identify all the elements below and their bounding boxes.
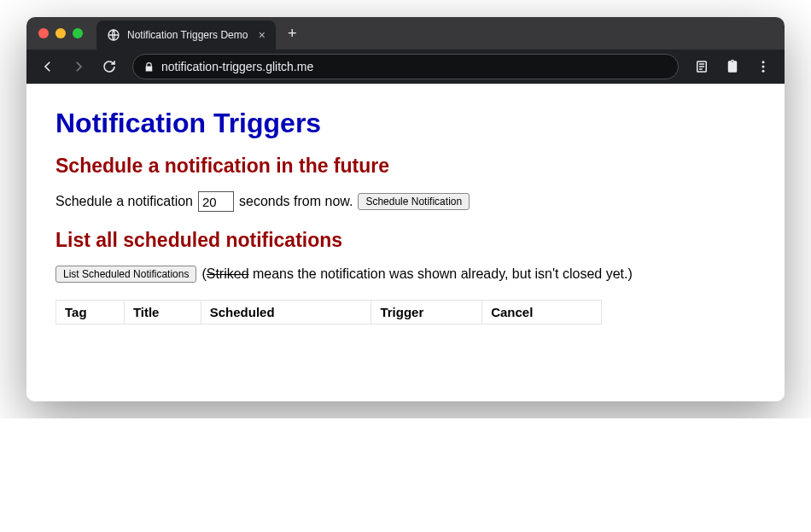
back-button[interactable] (35, 54, 61, 79)
window-zoom-button[interactable] (73, 28, 83, 38)
forward-button[interactable] (66, 54, 91, 79)
titlebar: Notification Triggers Demo × + (26, 17, 785, 50)
globe-icon (107, 28, 120, 42)
toolbar: notification-triggers.glitch.me (26, 50, 785, 84)
window-minimize-button[interactable] (55, 28, 66, 38)
browser-tab[interactable]: Notification Triggers Demo × (96, 20, 276, 50)
col-title: Title (124, 301, 201, 324)
notifications-table: Tag Title Scheduled Trigger Cancel (55, 300, 602, 324)
reload-button[interactable] (96, 54, 122, 79)
address-bar[interactable]: notification-triggers.glitch.me (132, 54, 679, 79)
svg-point-3 (762, 66, 765, 68)
col-scheduled: Scheduled (201, 301, 371, 324)
list-heading: List all scheduled notifications (55, 229, 756, 252)
kebab-menu-icon[interactable] (750, 54, 776, 79)
traffic-lights (38, 28, 83, 38)
svg-point-4 (762, 70, 765, 73)
schedule-button[interactable]: Schedule Notification (358, 193, 470, 210)
schedule-prefix: Schedule a notification (55, 194, 193, 209)
col-trigger: Trigger (371, 301, 482, 324)
tab-title: Notification Triggers Demo (127, 29, 248, 41)
tab-close-button[interactable]: × (259, 28, 265, 42)
page-content: Notification Triggers Schedule a notific… (26, 84, 785, 401)
list-row: List Scheduled Notifications (Striked me… (55, 266, 756, 283)
schedule-heading: Schedule a notification in the future (55, 155, 756, 178)
page-title: Notification Triggers (55, 108, 756, 139)
svg-point-2 (762, 61, 765, 63)
reader-mode-icon[interactable] (689, 54, 715, 79)
schedule-row: Schedule a notification seconds from now… (55, 191, 756, 212)
browser-window: Notification Triggers Demo × + notificat… (26, 17, 785, 401)
window-close-button[interactable] (38, 28, 49, 38)
note: (Striked means the notification was show… (201, 266, 632, 282)
lock-icon (143, 61, 155, 73)
new-tab-button[interactable]: + (288, 25, 297, 43)
seconds-input[interactable] (198, 191, 234, 212)
schedule-suffix: seconds from now. (239, 194, 353, 209)
list-button[interactable]: List Scheduled Notifications (55, 266, 196, 283)
col-tag: Tag (56, 301, 125, 324)
assignment-icon[interactable] (720, 54, 745, 79)
col-cancel: Cancel (482, 301, 602, 324)
striked-text: Striked (207, 266, 249, 281)
url-text: notification-triggers.glitch.me (161, 60, 313, 73)
